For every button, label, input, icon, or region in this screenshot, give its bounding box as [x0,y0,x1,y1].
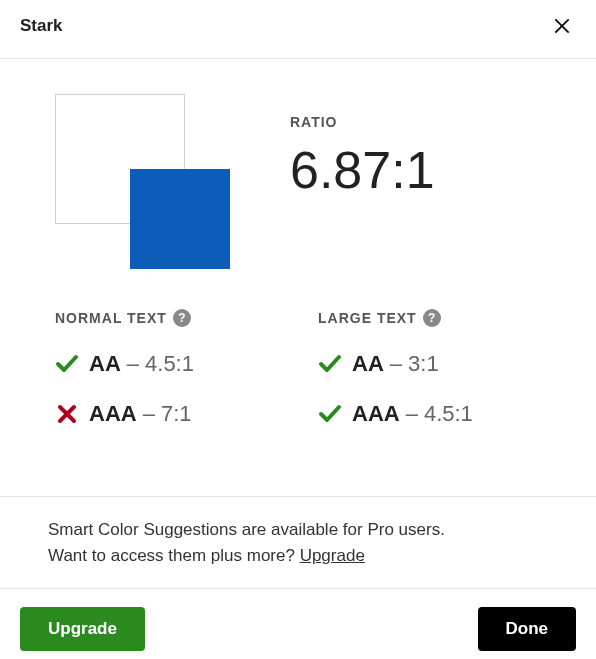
level-name: AA [89,351,121,377]
color-swatches [55,94,235,274]
upsell-banner: Smart Color Suggestions are available fo… [0,496,596,589]
upsell-line1: Smart Color Suggestions are available fo… [48,520,445,539]
check-icon [55,352,83,376]
ratio-row: RATIO 6.87:1 [55,94,541,274]
close-icon [552,16,572,36]
normal-text-column: NORMAL TEXT ? AA – 4.5:1 AAA – 7:1 [55,309,278,451]
level-threshold: 4.5:1 [424,401,473,427]
large-text-header: LARGE TEXT ? [318,309,541,327]
close-button[interactable] [548,12,576,40]
large-text-title: LARGE TEXT [318,310,417,326]
level-threshold: 4.5:1 [145,351,194,377]
large-text-aa-row: AA – 3:1 [318,351,541,377]
upgrade-button[interactable]: Upgrade [20,607,145,651]
help-icon[interactable]: ? [423,309,441,327]
large-text-aaa-row: AAA – 4.5:1 [318,401,541,427]
normal-text-title: NORMAL TEXT [55,310,167,326]
upsell-line2-prefix: Want to access them plus more? [48,546,300,565]
dash: – [406,401,418,427]
done-button[interactable]: Done [478,607,577,651]
app-title: Stark [20,16,63,36]
ratio-value: 6.87:1 [290,140,435,200]
check-icon [318,352,346,376]
footer: Upgrade Done [0,589,596,659]
header: Stark [0,0,596,59]
level-threshold: 7:1 [161,401,192,427]
level-name: AAA [352,401,400,427]
large-text-column: LARGE TEXT ? AA – 3:1 AAA – 4.5:1 [318,309,541,451]
dash: – [143,401,155,427]
help-icon[interactable]: ? [173,309,191,327]
dash: – [390,351,402,377]
levels-row: NORMAL TEXT ? AA – 4.5:1 AAA – 7:1 LARGE… [55,309,541,451]
level-name: AAA [89,401,137,427]
normal-text-header: NORMAL TEXT ? [55,309,278,327]
cross-icon [55,402,83,426]
check-icon [318,402,346,426]
ratio-label: RATIO [290,114,435,130]
dash: – [127,351,139,377]
ratio-block: RATIO 6.87:1 [290,94,435,200]
upgrade-link[interactable]: Upgrade [300,546,365,565]
level-threshold: 3:1 [408,351,439,377]
foreground-swatch[interactable] [130,169,230,269]
normal-text-aa-row: AA – 4.5:1 [55,351,278,377]
normal-text-aaa-row: AAA – 7:1 [55,401,278,427]
main-content: RATIO 6.87:1 NORMAL TEXT ? AA – 4.5:1 AA… [0,59,596,496]
level-name: AA [352,351,384,377]
